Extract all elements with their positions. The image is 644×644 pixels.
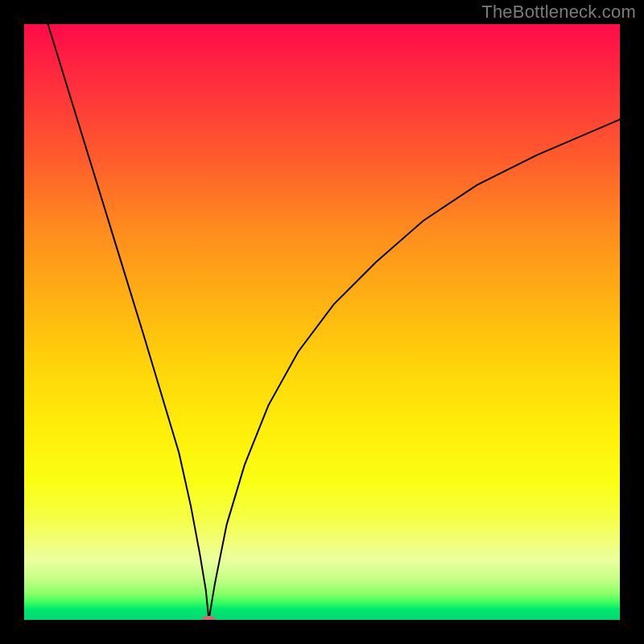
minimum-marker (202, 616, 215, 620)
watermark-text: TheBottleneck.com (481, 2, 636, 23)
curve-right-branch (208, 119, 620, 620)
plot-area (24, 24, 620, 620)
curve-left-branch (48, 24, 209, 620)
curve-svg (24, 24, 620, 620)
chart-frame: TheBottleneck.com (0, 0, 644, 644)
